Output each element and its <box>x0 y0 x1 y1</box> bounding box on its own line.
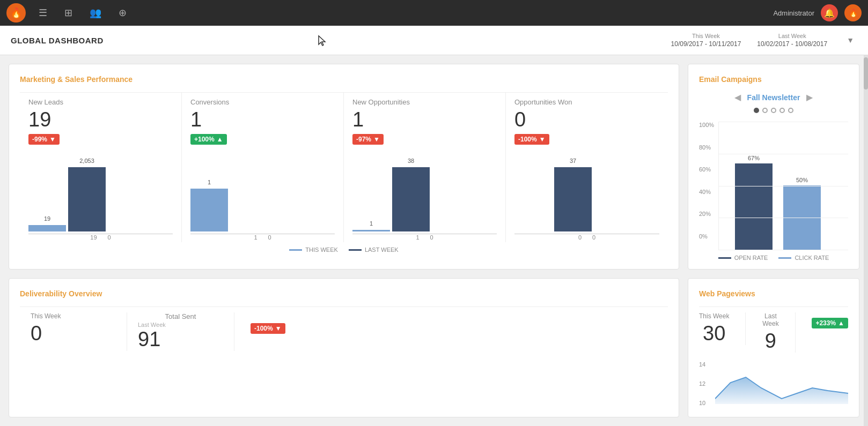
new-leads-lw-bottom: 0 <box>108 234 111 241</box>
email-card-title: Email Campaigns <box>699 75 848 84</box>
pv-this-week-group: This Week 30 <box>699 312 746 345</box>
pv-badge-arrow: ▲ <box>838 319 844 327</box>
new-leads-bar-chart: 19 2,053 <box>28 156 173 231</box>
deliv-badge: -100% ▼ <box>251 323 285 334</box>
deliv-this-week-col: This Week 0 <box>20 312 127 351</box>
pageviews-card: Web Pageviews This Week 30 Last Week 9 +… <box>688 278 859 417</box>
new-opp-label: New Opportunities <box>352 98 497 106</box>
date-dropdown-arrow[interactable]: ▼ <box>843 36 857 44</box>
new-opp-last-week-bar: 38 <box>392 167 430 231</box>
legend-this-week-label: THIS WEEK <box>305 246 338 253</box>
opp-won-metric: Opportunities Won 0 -100% ▼ 37 <box>506 93 668 242</box>
new-leads-last-week-bar: 2,053 <box>68 167 106 231</box>
last-week-selector[interactable]: Last Week 10/02/2017 - 10/08/2017 <box>757 33 827 48</box>
email-bars-area: 67% 50% <box>718 122 848 250</box>
opp-won-value: 0 <box>514 109 659 130</box>
deliv-badge-arrow: ▼ <box>275 325 282 332</box>
opp-won-chart: 37 0 0 <box>514 156 659 242</box>
deliv-badge-col: -100% ▼ <box>234 312 668 351</box>
notification-icon[interactable]: 🔔 <box>821 4 838 21</box>
this-week-date: 10/09/2017 - 10/11/2017 <box>671 40 741 48</box>
grid-line-2 <box>719 154 848 154</box>
conversions-value: 1 <box>190 109 335 130</box>
pv-y-axis: 14 12 10 <box>699 361 705 406</box>
pv-y-14: 14 <box>699 361 705 368</box>
pv-badge: +233% ▲ <box>812 318 848 328</box>
grid-icon[interactable]: ⊞ <box>60 5 77 21</box>
chart-legend: THIS WEEK LAST WEEK <box>20 246 668 253</box>
email-dot-2[interactable] <box>762 108 768 113</box>
email-chart-legend: OPEN RATE CLICK RATE <box>699 255 848 261</box>
marketing-card-title: Marketing & Sales Performance <box>20 75 668 84</box>
y-label-20: 20% <box>699 211 714 217</box>
opp-won-lw-bottom: 0 <box>592 234 595 241</box>
new-leads-this-week-rect <box>28 225 66 231</box>
legend-last-week-label: LAST WEEK <box>365 246 399 253</box>
total-sent-sub: Last Week 91 <box>138 322 223 351</box>
new-leads-tw-bottom: 19 <box>90 234 97 241</box>
new-opp-this-week-label: 1 <box>370 220 373 227</box>
email-y-axis: 100% 80% 60% 40% 20% 0% <box>699 122 714 240</box>
pv-y-12: 12 <box>699 380 705 387</box>
grid-line-5 <box>719 250 848 250</box>
opp-won-last-week-bar: 37 <box>554 167 592 231</box>
deliv-last-week-value: 91 <box>138 328 166 351</box>
y-label-40: 40% <box>699 189 714 195</box>
conversions-bar-chart: 1 <box>190 156 335 231</box>
conversions-arrow: ▲ <box>217 136 223 143</box>
email-nav: ◀ Fall Newsletter ▶ <box>699 92 848 102</box>
user-avatar[interactable]: 🔥 <box>844 4 862 21</box>
pageviews-area-chart <box>715 361 848 404</box>
pv-this-week-label: This Week <box>699 312 729 320</box>
users-icon[interactable]: 👥 <box>85 5 106 21</box>
email-dot-1[interactable] <box>754 108 759 113</box>
opp-won-last-week-label: 37 <box>570 158 576 164</box>
new-leads-metric: New Leads 19 -99% ▼ 19 2,05 <box>20 93 182 242</box>
deliv-this-week-value: 0 <box>31 322 116 345</box>
opp-won-bar-chart: 37 <box>514 156 659 231</box>
top-navigation: 🔥 ☰ ⊞ 👥 ⊕ Administrator 🔔 🔥 <box>0 0 868 26</box>
click-rate-legend-line <box>778 257 791 259</box>
conversions-this-week-label: 1 <box>208 179 211 185</box>
nav-left: 🔥 ☰ ⊞ 👥 ⊕ <box>6 3 131 23</box>
email-campaign-name: Fall Newsletter <box>747 93 800 102</box>
metrics-grid: New Leads 19 -99% ▼ 19 2,05 <box>20 92 668 242</box>
deliv-lw-sub: Last Week 91 <box>138 322 166 351</box>
email-dot-4[interactable] <box>779 108 785 113</box>
email-bar-chart: 100% 80% 60% 40% 20% 0% 67% <box>718 122 848 250</box>
new-leads-arrow: ▼ <box>49 136 56 143</box>
last-week-date: 10/02/2017 - 10/08/2017 <box>757 40 827 48</box>
deliverability-card: Deliverability Overview This Week 0 Tota… <box>9 278 679 417</box>
sub-header: GLOBAL DASHBOARD This Week 10/09/2017 - … <box>0 26 868 55</box>
menu-icon[interactable]: ☰ <box>34 5 52 21</box>
legend-last-week-line <box>349 249 362 251</box>
app-logo[interactable]: 🔥 <box>6 3 26 23</box>
email-prev-arrow[interactable]: ◀ <box>734 92 741 102</box>
scrollbar-thumb[interactable] <box>864 57 868 89</box>
new-opportunities-metric: New Opportunities 1 -97% ▼ 1 <box>344 93 506 242</box>
new-opp-this-week-bar: 1 <box>352 230 390 231</box>
add-icon[interactable]: ⊕ <box>114 5 131 21</box>
deliv-this-week-label: This Week <box>31 312 116 320</box>
new-leads-this-week-label: 19 <box>44 215 50 222</box>
deliverability-title: Deliverability Overview <box>20 289 668 298</box>
this-week-selector[interactable]: This Week 10/09/2017 - 10/11/2017 <box>671 33 741 48</box>
conversions-metric: Conversions 1 +100% ▲ 1 <box>182 93 344 242</box>
opp-won-tw-bottom: 0 <box>578 234 582 241</box>
email-next-arrow[interactable]: ▶ <box>806 92 813 102</box>
new-leads-badge-text: -99% <box>32 136 47 143</box>
new-leads-label: New Leads <box>28 98 173 106</box>
new-opp-badge-text: -97% <box>356 136 371 143</box>
new-leads-this-week-bar: 19 <box>28 225 66 231</box>
new-opp-last-week-label: 38 <box>408 158 414 164</box>
new-leads-bar-group: 19 2,053 <box>28 167 106 231</box>
new-opp-last-week-rect <box>392 167 430 231</box>
scrollbar[interactable] <box>864 55 868 426</box>
marketing-performance-card: Marketing & Sales Performance New Leads … <box>9 64 679 270</box>
new-opp-this-week-rect <box>352 230 390 231</box>
new-leads-badge: -99% ▼ <box>28 134 60 145</box>
email-dot-5[interactable] <box>788 108 793 113</box>
click-rate-bar-label: 50% <box>796 177 808 183</box>
y-label-100: 100% <box>699 122 714 128</box>
email-dot-3[interactable] <box>771 108 776 113</box>
